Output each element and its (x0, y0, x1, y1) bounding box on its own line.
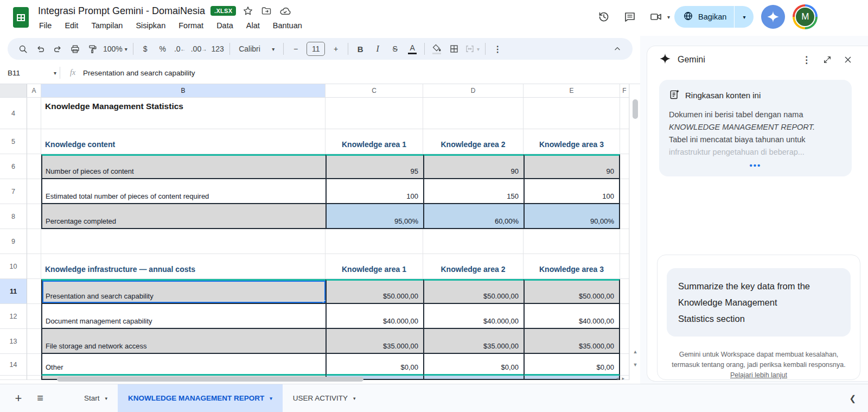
print-icon[interactable] (66, 41, 84, 57)
cell-A12[interactable] (27, 304, 41, 329)
merge-cells-button[interactable]: ▾ (463, 41, 482, 57)
cell-E9[interactable] (524, 229, 620, 254)
format-currency-button[interactable]: $ (137, 41, 154, 57)
cell-E6[interactable]: 90 (524, 154, 620, 179)
cell-E12[interactable]: $40.000,00 (524, 304, 620, 329)
document-title[interactable]: Integrasi Prompt Gemini - DomaiNesia (38, 5, 205, 17)
italic-button[interactable]: I (369, 41, 386, 57)
row-header-5[interactable]: 5 (0, 129, 27, 154)
menu-edit[interactable]: Edit (58, 20, 85, 31)
cell-C6[interactable]: 95 (326, 154, 423, 179)
row-header-partial[interactable] (0, 376, 27, 380)
star-icon[interactable] (241, 4, 254, 17)
cell-E5[interactable]: Knowledge area 3 (524, 129, 620, 154)
cell-F8[interactable] (620, 204, 629, 229)
font-select[interactable]: Calibri▾ (233, 41, 280, 57)
gemini-spark-button[interactable] (761, 5, 785, 29)
cell-B6[interactable]: Number of pieces of content (41, 154, 326, 179)
cell-C8[interactable]: 95,00% (326, 204, 423, 229)
cell-D10[interactable]: Knowledge area 2 (423, 254, 524, 279)
cell-B5[interactable]: Knowledge content (41, 129, 326, 154)
cell-D8[interactable]: 60,00% (423, 204, 524, 229)
cell-B4[interactable]: Knowledge Management Statistics (41, 98, 326, 129)
fill-color-button[interactable] (428, 41, 445, 57)
cell-C5[interactable]: Knowledge area 1 (326, 129, 423, 154)
cell-B7[interactable]: Estimated total number of pieces of cont… (41, 179, 326, 204)
cell-C11[interactable]: $50.000,00 (326, 279, 423, 304)
cell-E13[interactable]: $35.000,00 (524, 329, 620, 354)
move-folder-icon[interactable] (260, 4, 273, 17)
decrease-font-size-button[interactable]: − (287, 41, 304, 57)
column-header-A[interactable]: A (27, 84, 41, 97)
menu-tampilan[interactable]: Tampilan (85, 20, 129, 31)
horizontal-scroll-buttons[interactable]: ◂▸ (616, 376, 628, 381)
increase-font-size-button[interactable]: + (327, 41, 344, 57)
row-header-6[interactable]: 6 (0, 154, 27, 179)
expand-summary-button[interactable]: ••• (669, 161, 842, 170)
cell-B9[interactable] (41, 229, 326, 254)
cell-E10[interactable]: Knowledge area 3 (524, 254, 620, 279)
gemini-expand-icon[interactable] (818, 50, 837, 69)
vertical-scrollbar[interactable]: ▲ ▼ (629, 84, 640, 380)
zoom-select[interactable]: 100% ▾ (101, 41, 130, 57)
redo-icon[interactable] (49, 41, 66, 57)
cell-F13[interactable] (620, 329, 629, 354)
menu-alat[interactable]: Alat (240, 20, 266, 31)
vertical-scrollbar-thumb[interactable] (633, 99, 638, 119)
menu-format[interactable]: Format (172, 20, 210, 31)
share-dropdown-caret[interactable]: ▾ (734, 6, 754, 28)
cell-B14[interactable]: Other (41, 354, 326, 376)
menu-bantuan[interactable]: Bantuan (266, 20, 309, 31)
account-avatar[interactable]: M (793, 4, 818, 29)
row-header-10[interactable]: 10 (0, 254, 27, 279)
cell-C13[interactable]: $35.000,00 (326, 329, 423, 354)
meet-video-icon[interactable] (646, 7, 666, 27)
cell-D11[interactable]: $50.000,00 (423, 279, 524, 304)
show-side-panel-icon[interactable]: ❮ (849, 394, 856, 403)
sheet-tab-user-activity[interactable]: USER ACTIVITY▾ (283, 384, 366, 412)
cell-B11[interactable]: Presentation and search capability (41, 279, 326, 304)
text-color-button[interactable]: A (404, 41, 421, 57)
undo-icon[interactable] (31, 41, 49, 57)
scroll-down-button[interactable]: ▼ (631, 362, 639, 367)
cell-B10[interactable]: Knowledge infrastructure — annual costs (41, 254, 326, 279)
font-size-input[interactable]: 11 (307, 42, 325, 56)
gemini-close-icon[interactable] (839, 50, 857, 69)
cell-A9[interactable] (27, 229, 41, 254)
cell-D7[interactable]: 150 (423, 179, 524, 204)
cell-F5[interactable] (620, 129, 629, 154)
cell-F9[interactable] (620, 229, 629, 254)
row-header-12[interactable]: 12 (0, 304, 27, 329)
cell-D4[interactable] (423, 98, 524, 129)
version-history-icon[interactable] (593, 7, 614, 27)
cell-A11[interactable] (27, 279, 41, 304)
search-menus-icon[interactable] (14, 41, 31, 57)
menu-sisipkan[interactable]: Sisipkan (129, 20, 172, 31)
column-header-C[interactable]: C (326, 84, 423, 97)
cell-F14[interactable] (620, 354, 629, 376)
cell-D5[interactable]: Knowledge area 2 (423, 129, 524, 154)
cell-B13[interactable]: File storage and network access (41, 329, 326, 354)
cell-F7[interactable] (620, 179, 629, 204)
comments-icon[interactable] (620, 7, 640, 27)
menu-file[interactable]: File (33, 20, 58, 31)
column-header-E[interactable]: E (524, 84, 620, 97)
row-header-14[interactable]: 14 (0, 354, 27, 376)
cell-E14[interactable]: $0,00 (524, 354, 620, 376)
cell-A14[interactable] (27, 354, 41, 376)
more-toolbar-button[interactable]: ⋮ (489, 41, 506, 57)
row-header-9[interactable]: 9 (0, 229, 27, 254)
horizontal-scrollbar-thumb[interactable] (57, 377, 363, 382)
cell-D6[interactable]: 90 (423, 154, 524, 179)
column-header-B[interactable]: B (41, 84, 326, 97)
cell-D[interactable] (423, 376, 524, 380)
row-header-4[interactable]: 4 (0, 98, 27, 129)
cell-D13[interactable]: $35.000,00 (423, 329, 524, 354)
more-formats-button[interactable]: 123 (209, 41, 226, 57)
cell-A[interactable] (27, 376, 41, 380)
cell-E7[interactable]: 100 (524, 179, 620, 204)
cell-C10[interactable]: Knowledge area 1 (326, 254, 423, 279)
sheet-tab-start[interactable]: Start▾ (74, 384, 118, 412)
name-box[interactable]: B11▾ (0, 69, 56, 77)
cell-B8[interactable]: Percentage completed (41, 204, 326, 229)
